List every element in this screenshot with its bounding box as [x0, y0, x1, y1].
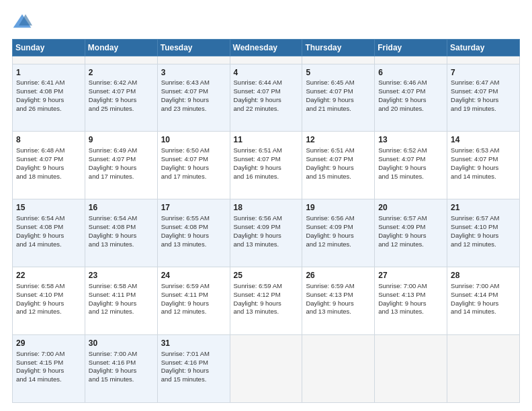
day-info: Sunrise: 6:59 AM Sunset: 4:13 PM Dayligh…: [306, 282, 371, 316]
calendar-cell: 30Sunrise: 7:00 AM Sunset: 4:16 PM Dayli…: [85, 335, 157, 403]
day-info: Sunrise: 7:00 AM Sunset: 4:16 PM Dayligh…: [89, 350, 154, 384]
day-info: Sunrise: 6:52 AM Sunset: 4:07 PM Dayligh…: [378, 146, 443, 181]
day-number: 13: [378, 134, 443, 146]
weekday-header-thursday: Thursday: [302, 40, 375, 56]
day-number: 9: [89, 134, 154, 146]
day-number: 2: [89, 67, 154, 79]
day-info: Sunrise: 6:56 AM Sunset: 4:09 PM Dayligh…: [234, 214, 299, 248]
calendar-cell: 13Sunrise: 6:52 AM Sunset: 4:07 PM Dayli…: [375, 132, 447, 199]
calendar-cell: [230, 335, 302, 403]
calendar-cell: 18Sunrise: 6:56 AM Sunset: 4:09 PM Dayli…: [230, 199, 302, 267]
day-number: 21: [451, 202, 516, 214]
day-number: 22: [16, 270, 81, 281]
calendar-cell: [447, 56, 520, 64]
calendar-cell: [13, 56, 85, 64]
calendar-cell: 28Sunrise: 7:00 AM Sunset: 4:14 PM Dayli…: [447, 267, 520, 335]
day-number: 3: [161, 67, 226, 79]
calendar-cell: 9Sunrise: 6:49 AM Sunset: 4:07 PM Daylig…: [85, 132, 157, 199]
day-number: 27: [378, 270, 443, 281]
weekday-header-saturday: Saturday: [447, 40, 520, 56]
calendar-week-4: 22Sunrise: 6:58 AM Sunset: 4:10 PM Dayli…: [13, 267, 520, 335]
calendar-week-0: [13, 56, 520, 64]
weekday-row: SundayMondayTuesdayWednesdayThursdayFrid…: [13, 40, 520, 56]
weekday-header-sunday: Sunday: [13, 40, 85, 56]
day-info: Sunrise: 6:46 AM Sunset: 4:07 PM Dayligh…: [378, 79, 443, 113]
calendar-week-2: 8Sunrise: 6:48 AM Sunset: 4:07 PM Daylig…: [13, 132, 520, 199]
weekday-header-monday: Monday: [85, 40, 157, 56]
calendar-cell: 1Sunrise: 6:41 AM Sunset: 4:08 PM Daylig…: [13, 64, 85, 132]
calendar-cell: [375, 56, 447, 64]
day-info: Sunrise: 6:50 AM Sunset: 4:07 PM Dayligh…: [161, 146, 226, 181]
calendar-body: 1Sunrise: 6:41 AM Sunset: 4:08 PM Daylig…: [13, 56, 520, 403]
day-number: 7: [451, 67, 516, 79]
day-number: 18: [234, 202, 299, 214]
day-number: 16: [89, 202, 154, 214]
calendar-cell: 6Sunrise: 6:46 AM Sunset: 4:07 PM Daylig…: [375, 64, 447, 132]
logo: [12, 12, 35, 32]
day-number: 12: [306, 134, 371, 146]
day-info: Sunrise: 7:01 AM Sunset: 4:16 PM Dayligh…: [161, 350, 226, 384]
day-info: Sunrise: 6:44 AM Sunset: 4:07 PM Dayligh…: [234, 79, 299, 113]
calendar-cell: 25Sunrise: 6:59 AM Sunset: 4:12 PM Dayli…: [230, 267, 302, 335]
calendar-cell: 14Sunrise: 6:53 AM Sunset: 4:07 PM Dayli…: [447, 132, 520, 199]
calendar-cell: 11Sunrise: 6:51 AM Sunset: 4:07 PM Dayli…: [230, 132, 302, 199]
day-number: 29: [16, 338, 81, 349]
day-info: Sunrise: 6:45 AM Sunset: 4:07 PM Dayligh…: [306, 79, 371, 113]
day-number: 25: [234, 270, 299, 281]
day-number: 11: [234, 134, 299, 146]
calendar-cell: [375, 335, 447, 403]
calendar-cell: 24Sunrise: 6:59 AM Sunset: 4:11 PM Dayli…: [157, 267, 230, 335]
day-number: 24: [161, 270, 226, 281]
weekday-header-friday: Friday: [375, 40, 447, 56]
calendar-cell: 7Sunrise: 6:47 AM Sunset: 4:07 PM Daylig…: [447, 64, 520, 132]
calendar-cell: [157, 56, 230, 64]
calendar-week-3: 15Sunrise: 6:54 AM Sunset: 4:08 PM Dayli…: [13, 199, 520, 267]
day-number: 14: [451, 134, 516, 146]
calendar-cell: [447, 335, 520, 403]
day-info: Sunrise: 7:00 AM Sunset: 4:14 PM Dayligh…: [451, 282, 516, 316]
calendar-cell: 26Sunrise: 6:59 AM Sunset: 4:13 PM Dayli…: [302, 267, 375, 335]
calendar-cell: 17Sunrise: 6:55 AM Sunset: 4:08 PM Dayli…: [157, 199, 230, 267]
day-info: Sunrise: 6:54 AM Sunset: 4:08 PM Dayligh…: [16, 214, 81, 248]
day-info: Sunrise: 6:49 AM Sunset: 4:07 PM Dayligh…: [89, 146, 154, 181]
calendar-cell: 31Sunrise: 7:01 AM Sunset: 4:16 PM Dayli…: [157, 335, 230, 403]
day-info: Sunrise: 6:42 AM Sunset: 4:07 PM Dayligh…: [89, 79, 154, 113]
day-info: Sunrise: 7:00 AM Sunset: 4:15 PM Dayligh…: [16, 350, 81, 384]
day-info: Sunrise: 6:56 AM Sunset: 4:09 PM Dayligh…: [306, 214, 371, 248]
calendar-cell: [302, 56, 375, 64]
calendar-cell: [85, 56, 157, 64]
day-info: Sunrise: 6:59 AM Sunset: 4:11 PM Dayligh…: [161, 282, 226, 316]
day-number: 26: [306, 270, 371, 281]
calendar-cell: 22Sunrise: 6:58 AM Sunset: 4:10 PM Dayli…: [13, 267, 85, 335]
day-number: 23: [89, 270, 154, 281]
day-info: Sunrise: 6:57 AM Sunset: 4:10 PM Dayligh…: [451, 214, 516, 248]
calendar-cell: 29Sunrise: 7:00 AM Sunset: 4:15 PM Dayli…: [13, 335, 85, 403]
calendar-cell: [302, 335, 375, 403]
calendar-cell: 20Sunrise: 6:57 AM Sunset: 4:09 PM Dayli…: [375, 199, 447, 267]
day-number: 1: [16, 67, 81, 79]
calendar-header: SundayMondayTuesdayWednesdayThursdayFrid…: [13, 40, 520, 56]
day-info: Sunrise: 6:59 AM Sunset: 4:12 PM Dayligh…: [234, 282, 299, 316]
day-number: 4: [234, 67, 299, 79]
logo-icon: [12, 12, 32, 32]
day-info: Sunrise: 6:47 AM Sunset: 4:07 PM Dayligh…: [451, 79, 516, 113]
weekday-header-wednesday: Wednesday: [230, 40, 302, 56]
day-info: Sunrise: 6:51 AM Sunset: 4:07 PM Dayligh…: [306, 146, 371, 181]
calendar-cell: 19Sunrise: 6:56 AM Sunset: 4:09 PM Dayli…: [302, 199, 375, 267]
weekday-header-tuesday: Tuesday: [157, 40, 230, 56]
day-info: Sunrise: 6:43 AM Sunset: 4:07 PM Dayligh…: [161, 79, 226, 113]
calendar-cell: 2Sunrise: 6:42 AM Sunset: 4:07 PM Daylig…: [85, 64, 157, 132]
calendar-cell: 21Sunrise: 6:57 AM Sunset: 4:10 PM Dayli…: [447, 199, 520, 267]
calendar-cell: 5Sunrise: 6:45 AM Sunset: 4:07 PM Daylig…: [302, 64, 375, 132]
day-number: 10: [161, 134, 226, 146]
day-number: 30: [89, 338, 154, 349]
calendar-table: SundayMondayTuesdayWednesdayThursdayFrid…: [12, 39, 520, 403]
day-number: 15: [16, 202, 81, 214]
day-info: Sunrise: 6:58 AM Sunset: 4:10 PM Dayligh…: [16, 282, 81, 316]
day-info: Sunrise: 6:58 AM Sunset: 4:11 PM Dayligh…: [89, 282, 154, 316]
day-number: 20: [378, 202, 443, 214]
day-number: 28: [451, 270, 516, 281]
day-info: Sunrise: 7:00 AM Sunset: 4:13 PM Dayligh…: [378, 282, 443, 316]
day-info: Sunrise: 6:54 AM Sunset: 4:08 PM Dayligh…: [89, 214, 154, 248]
header: [12, 12, 520, 32]
